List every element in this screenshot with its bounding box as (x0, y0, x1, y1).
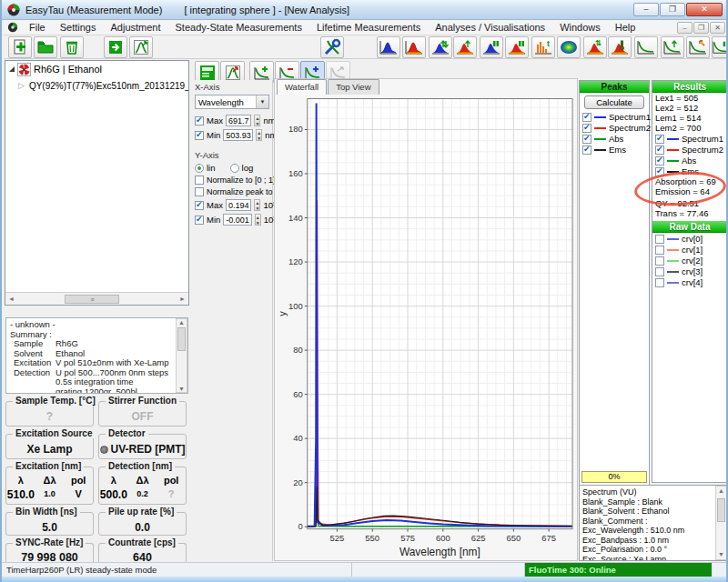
x-max-spinner[interactable]: ▲▼ (254, 115, 260, 126)
menu-steady-state[interactable]: Steady-State Measurements (168, 21, 309, 34)
contour-plot-button[interactable] (557, 36, 581, 58)
normalize-range-checkbox[interactable] (195, 176, 204, 185)
menu-help[interactable]: Help (608, 21, 643, 34)
decay-series-button[interactable] (712, 36, 728, 58)
peaks-spectrum1-checkbox[interactable] (582, 113, 592, 122)
crv3-checkbox[interactable] (655, 267, 664, 276)
decay-measurement-button[interactable] (634, 36, 658, 58)
open-file-button[interactable] (34, 36, 57, 58)
decay-rainbow-icon (689, 39, 707, 55)
scroll-left-arrow[interactable]: ◄ (5, 296, 17, 302)
svg-text:625: 625 (471, 533, 486, 543)
excitation-spectrum-button[interactable] (377, 36, 400, 58)
title-bar[interactable]: EasyTau (Measurement Mode) [ integrating… (2, 0, 726, 20)
adjustment-tools-button[interactable] (320, 36, 344, 58)
crv4-checkbox[interactable] (655, 278, 664, 287)
lin-radio[interactable] (195, 164, 204, 173)
result-qy: QY = 92.51 (652, 196, 727, 208)
exc-wavelength-value: 510.0 (6, 488, 35, 501)
detector-group: Detector UV-RED [PMT] (98, 434, 187, 459)
mdi-minimize-button[interactable]: ‒ (677, 22, 693, 34)
exc-bandpass-value: 1.0 (35, 488, 65, 501)
scroll-up-arrow[interactable]: ▲ (718, 487, 724, 497)
x-max-checkbox[interactable] (195, 116, 204, 125)
spectrum-chart[interactable]: 0204060801001201401601805255505756006256… (275, 95, 577, 559)
anisotropy-spectrum-button[interactable]: ⇅ (583, 36, 607, 58)
summary-vertical-scrollbar[interactable]: ▲ ▼ (176, 318, 187, 393)
excitation-scan-button[interactable] (429, 36, 452, 58)
crv2-checkbox[interactable] (655, 256, 664, 266)
close-button[interactable]: ✕ (686, 3, 723, 16)
delete-button[interactable] (60, 36, 84, 58)
emission-series-button[interactable] (505, 36, 529, 58)
tree-root-item[interactable]: Rh6G | Ethanol (5, 61, 188, 77)
export-curve-button[interactable] (129, 36, 153, 58)
peaks-panel: Peaks Calculate Spectrum1 Spectrum2 Abs … (579, 80, 650, 486)
mdi-close-button[interactable]: ✕ (710, 22, 725, 34)
mdi-restore-button[interactable]: ❐ (693, 22, 709, 34)
minimize-button[interactable]: ‒ (633, 3, 659, 16)
y-max-checkbox[interactable] (195, 201, 204, 210)
chevron-down-icon[interactable]: ▼ (256, 95, 268, 108)
menu-file[interactable]: File (22, 21, 53, 34)
results-spectrum1-checkbox[interactable] (655, 135, 664, 144)
tres-measurement-button[interactable]: t (531, 36, 555, 58)
y-min-input[interactable]: -0.001 (223, 214, 252, 226)
x-min-input[interactable]: 503.93 (223, 129, 253, 141)
emission-scan-button[interactable] (453, 36, 477, 58)
peaks-ems-checkbox[interactable] (582, 146, 592, 155)
x-axis-mode-dropdown[interactable]: Wavelength ▼ (195, 95, 269, 109)
peaks-abs-checkbox[interactable] (582, 135, 592, 144)
tab-waterfall[interactable]: Waterfall (277, 79, 327, 95)
excitation-series-button[interactable] (480, 36, 503, 58)
tree-expander-expanded[interactable] (9, 66, 15, 72)
x-max-input[interactable]: 691.7 (226, 115, 252, 126)
result-lem1: Lem1 = 514 (652, 113, 727, 123)
svg-text:100: 100 (288, 301, 303, 311)
excitation-wavelength-group: Excitation [nm] λ Δλ pol 510.0 1.0 V (5, 467, 94, 505)
scroll-up-arrow[interactable]: ▲ (178, 319, 185, 326)
new-file-icon (11, 38, 29, 56)
tree-child-item[interactable]: ▷ QY(92%)T(77%)Exc510nm_20131219_1606 (5, 77, 188, 94)
info-vertical-scrollbar[interactable]: ▲ ▼ (715, 486, 727, 560)
menu-analyses[interactable]: Analyses / Visualisations (428, 21, 552, 34)
menu-lifetime[interactable]: Lifetime Measurements (309, 21, 428, 34)
x-min-spinner[interactable]: ▲▼ (256, 129, 262, 141)
tab-top-view[interactable]: Top View (328, 79, 379, 95)
y-min-spinner[interactable]: ▲▼ (255, 214, 261, 226)
log-radio[interactable] (230, 164, 239, 173)
tree-expander-collapsed[interactable]: ▷ (18, 81, 25, 90)
calculate-button[interactable]: Calculate (584, 95, 644, 109)
y-min-checkbox[interactable] (195, 216, 204, 225)
results-spectrum2-checkbox[interactable] (655, 146, 664, 155)
x-min-checkbox[interactable] (195, 131, 204, 140)
info-line: Exc_Wavelength : 510.0 nm (582, 526, 715, 536)
results-header: Results (652, 81, 727, 93)
scroll-right-arrow[interactable]: ► (177, 296, 188, 302)
temperature-spectrum-button[interactable] (608, 36, 632, 58)
decay-scan-button[interactable] (661, 36, 684, 58)
normalize-peak-checkbox[interactable] (195, 187, 204, 196)
ems-color-swatch (594, 149, 606, 151)
scroll-down-arrow[interactable]: ▼ (178, 386, 185, 392)
results-abs-checkbox[interactable] (655, 156, 664, 166)
crv1-checkbox[interactable] (655, 246, 664, 255)
y-max-input[interactable]: 0.194 (226, 199, 252, 211)
scroll-down-arrow[interactable]: ▼ (718, 550, 724, 560)
y-max-spinner[interactable]: ▲▼ (254, 199, 260, 211)
emission-spectrum-button[interactable] (402, 36, 426, 58)
menu-settings[interactable]: Settings (53, 21, 104, 34)
info-line: Blank_Comment : (582, 517, 715, 527)
new-measurement-button[interactable] (8, 36, 32, 58)
bin-width-value: 5.0 (6, 521, 93, 534)
scroll-thumb[interactable]: ≡ (65, 295, 119, 304)
maximize-button[interactable]: ❐ (660, 3, 685, 16)
import-data-button[interactable] (104, 36, 127, 58)
crv0-checkbox[interactable] (655, 235, 664, 244)
results-ems-checkbox[interactable] (655, 167, 664, 176)
peaks-spectrum2-checkbox[interactable] (582, 124, 592, 133)
trespectra-button[interactable] (686, 36, 710, 58)
menu-windows[interactable]: Windows (552, 21, 608, 34)
menu-adjustment[interactable]: Adjustment (103, 21, 167, 34)
tree-horizontal-scrollbar[interactable]: ◄ ≡ ► (5, 292, 188, 305)
